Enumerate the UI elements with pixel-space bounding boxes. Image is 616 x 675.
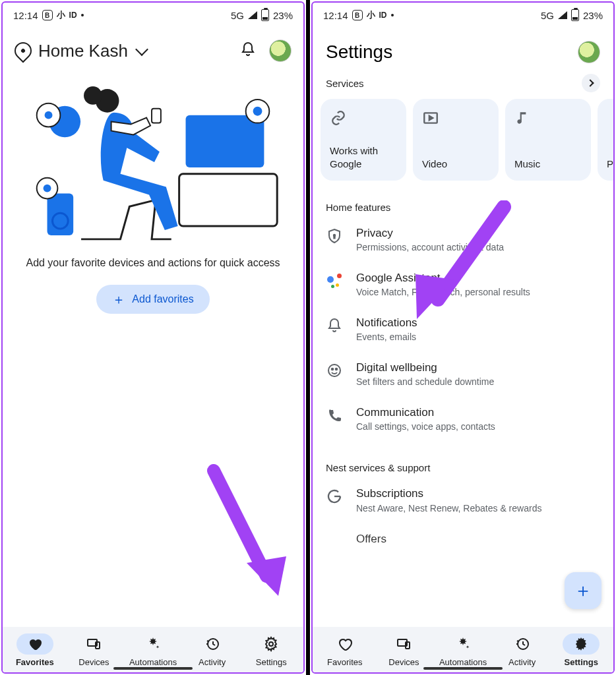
service-cards: Works with Google Video Music P: [313, 99, 613, 181]
home-features-label: Home features: [313, 181, 613, 217]
home-header: Home Kash: [3, 25, 303, 69]
favorites-empty-text: Add your favorite devices and actions fo…: [3, 252, 303, 274]
bottom-nav: Favorites Devices Automations Activity S…: [313, 627, 613, 672]
chevron-right-icon: [582, 74, 600, 92]
service-video[interactable]: Video: [413, 99, 499, 181]
row-google-assistant[interactable]: Google Assistant Voice Match, Face Match…: [313, 262, 613, 307]
status-icon-id: ID: [69, 11, 77, 20]
svg-rect-1: [179, 174, 278, 226]
avatar[interactable]: [269, 40, 292, 62]
status-bar: 12:14 B 小 ID 5G 23%: [313, 3, 613, 25]
favorites-illustration: [16, 75, 290, 247]
add-favorites-button[interactable]: ＋ Add favorites: [96, 285, 209, 314]
signal-icon: [248, 11, 257, 19]
network-label: 5G: [541, 10, 554, 21]
add-favorites-label: Add favorites: [132, 293, 193, 305]
nav-activity[interactable]: Activity: [183, 633, 242, 667]
nav-settings[interactable]: Settings: [241, 633, 301, 667]
nav-activity[interactable]: Activity: [493, 633, 552, 667]
fab-add[interactable]: ＋: [565, 572, 601, 609]
wellbeing-icon: [326, 362, 343, 379]
music-icon: [514, 109, 582, 128]
status-icon-id: ID: [379, 11, 387, 20]
svg-point-19: [332, 368, 334, 370]
row-communication[interactable]: Communication Call settings, voice apps,…: [313, 396, 613, 441]
avatar[interactable]: [578, 41, 600, 63]
nav-automations[interactable]: Automations: [123, 633, 183, 667]
status-icon-a: 小: [57, 9, 65, 21]
google-g-icon: [326, 488, 343, 505]
row-notifications[interactable]: Notifications Events, emails: [313, 307, 613, 351]
row-privacy[interactable]: Privacy Permissions, account activity & …: [313, 217, 613, 262]
status-dot: [391, 14, 394, 16]
chevron-down-icon: [135, 43, 148, 56]
svg-rect-10: [152, 109, 161, 123]
video-icon: [422, 109, 489, 128]
nest-services-label: Nest services & support: [313, 441, 613, 477]
page-title: Settings: [326, 42, 392, 63]
phone-icon: [326, 407, 343, 424]
assistant-icon: [326, 272, 343, 289]
nav-devices[interactable]: Devices: [375, 633, 434, 667]
phone-settings: 12:14 B 小 ID 5G 23% Settings Services Wo…: [311, 1, 615, 674]
services-header[interactable]: Services: [313, 69, 613, 99]
clock: 12:14: [13, 10, 38, 21]
status-icon-a: 小: [367, 9, 375, 21]
bottom-nav: Favorites Devices Automations Activity S…: [3, 627, 303, 672]
svg-rect-0: [186, 115, 264, 167]
status-icon-b: B: [352, 10, 363, 20]
svg-point-9: [84, 86, 102, 105]
tag-icon: [326, 533, 343, 550]
shield-icon: [326, 227, 343, 245]
nav-favorites[interactable]: Favorites: [5, 633, 65, 667]
bell-icon: [326, 317, 343, 334]
nav-devices[interactable]: Devices: [65, 633, 124, 667]
svg-point-14: [269, 642, 273, 646]
signal-icon: [558, 11, 567, 19]
row-subscriptions[interactable]: Subscriptions Nest Aware, Nest Renew, Re…: [313, 477, 613, 522]
service-music[interactable]: Music: [505, 99, 591, 181]
status-icon-b: B: [42, 10, 53, 20]
svg-rect-17: [334, 237, 334, 239]
gesture-bar[interactable]: [423, 667, 503, 670]
plus-icon: ＋: [574, 578, 592, 603]
svg-point-18: [328, 365, 340, 376]
service-overflow[interactable]: P: [598, 99, 613, 181]
home-name: Home Kash: [38, 41, 128, 61]
nav-settings[interactable]: Settings: [551, 633, 611, 667]
nav-favorites[interactable]: Favorites: [315, 633, 375, 667]
location-pin-icon: [11, 39, 36, 63]
battery-label: 23%: [273, 10, 293, 21]
home-selector[interactable]: Home Kash: [15, 41, 146, 61]
svg-point-20: [336, 368, 338, 370]
tutorial-arrow: [200, 464, 293, 609]
gesture-bar[interactable]: [113, 667, 193, 670]
battery-label: 23%: [583, 10, 603, 21]
nav-automations[interactable]: Automations: [433, 633, 493, 667]
status-bar: 12:14 B 小 ID 5G 23%: [3, 3, 303, 25]
phone-favorites: 12:14 B 小 ID 5G 23% Home Kash: [1, 1, 305, 674]
battery-icon: [571, 9, 579, 21]
services-label: Services: [326, 78, 364, 89]
notifications-button[interactable]: [240, 42, 256, 60]
row-digital-wellbeing[interactable]: Digital wellbeing Set filters and schedu…: [313, 351, 613, 396]
row-offers[interactable]: Offers: [313, 523, 613, 550]
battery-icon: [261, 9, 269, 21]
plus-icon: ＋: [112, 293, 125, 306]
settings-header: Settings: [313, 25, 613, 69]
network-label: 5G: [231, 10, 244, 21]
service-works-with-google[interactable]: Works with Google: [321, 99, 406, 181]
clock: 12:14: [323, 10, 348, 21]
status-dot: [81, 14, 84, 16]
link-icon: [330, 109, 397, 128]
